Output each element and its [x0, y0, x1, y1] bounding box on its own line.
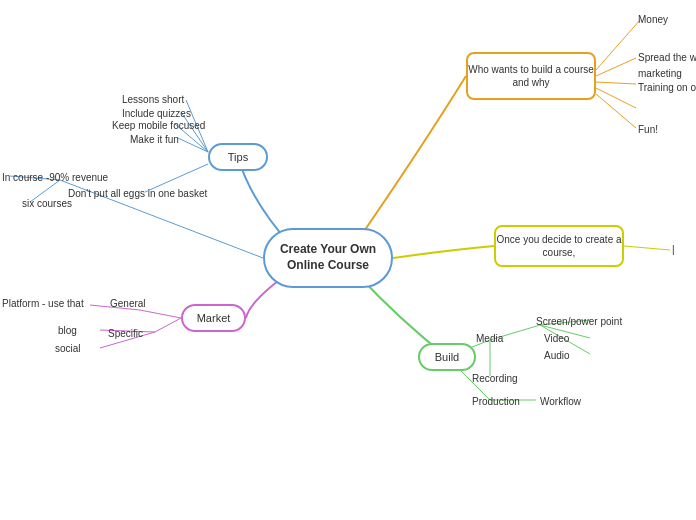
- svg-line-14: [140, 310, 181, 318]
- tips-item-2: Include quizzes: [122, 108, 191, 119]
- who-item-2: marketing: [638, 68, 682, 79]
- decide-node[interactable]: Once you decide to create a course,: [494, 225, 624, 267]
- svg-line-9: [596, 58, 636, 76]
- market-specific: Specific: [108, 328, 143, 339]
- build-workflow: Workflow: [540, 396, 581, 407]
- tips-item-1: Lessons short: [122, 94, 184, 105]
- svg-line-13: [624, 246, 670, 250]
- build-media: Media: [476, 333, 503, 344]
- who-node[interactable]: Who wants to build a course and why: [466, 52, 596, 100]
- market-blog: blog: [58, 325, 77, 336]
- build-label: Build: [435, 350, 459, 364]
- left-label-1: In course -90% revenue: [2, 172, 108, 183]
- tips-item-4: Make it fun: [130, 134, 179, 145]
- build-recording: Recording: [472, 373, 518, 384]
- build-video: Video: [544, 333, 569, 344]
- svg-line-3: [178, 138, 208, 152]
- who-item-3: Training on our p...: [638, 82, 696, 93]
- svg-line-8: [596, 20, 640, 70]
- who-item-money: Money: [638, 14, 668, 25]
- market-social: social: [55, 343, 81, 354]
- svg-line-12: [596, 94, 636, 128]
- tips-item-5: Don't put all eggs in one basket: [68, 188, 207, 199]
- center-node-label: Create Your Own Online Course: [265, 242, 391, 273]
- market-label: Market: [197, 311, 231, 325]
- market-platform: Platform - use that: [2, 298, 84, 309]
- build-audio: Audio: [544, 350, 570, 361]
- market-general: General: [110, 298, 146, 309]
- market-node[interactable]: Market: [181, 304, 246, 332]
- who-label: Who wants to build a course and why: [468, 63, 594, 89]
- decide-label: Once you decide to create a course,: [496, 233, 622, 259]
- left-label-2: six courses: [22, 198, 72, 209]
- build-production: Production: [472, 396, 520, 407]
- who-item-4: Fun!: [638, 124, 658, 135]
- who-item-1: Spread the word...: [638, 52, 696, 63]
- center-node[interactable]: Create Your Own Online Course: [263, 228, 393, 288]
- svg-line-16: [155, 318, 181, 332]
- svg-line-11: [596, 88, 636, 108]
- build-screen: Screen/power point: [536, 316, 622, 327]
- tips-item-3: Keep mobile focused: [112, 120, 205, 131]
- decide-item-1: |: [672, 244, 675, 255]
- tips-node[interactable]: Tips: [208, 143, 268, 171]
- tips-label: Tips: [228, 150, 248, 164]
- svg-line-10: [596, 82, 636, 84]
- build-node[interactable]: Build: [418, 343, 476, 371]
